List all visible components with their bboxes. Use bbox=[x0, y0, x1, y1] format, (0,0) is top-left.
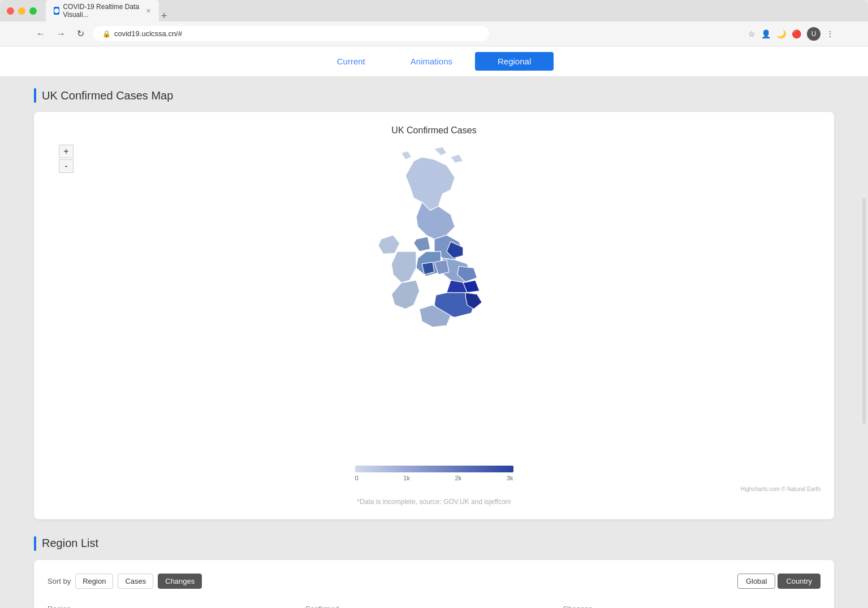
map-section-title: UK Confirmed Cases Map bbox=[42, 89, 173, 102]
page-navigation: Current Animations Regional bbox=[0, 46, 868, 77]
tab-current[interactable]: Current bbox=[314, 52, 388, 71]
legend-label-0: 0 bbox=[355, 475, 359, 481]
sort-cases-button[interactable]: Cases bbox=[118, 574, 153, 589]
browser-actions: ☆ 👤 🌙 🔴 U ⋮ bbox=[748, 27, 834, 41]
map-card-title: UK Confirmed Cases bbox=[47, 125, 821, 136]
maximize-button[interactable] bbox=[29, 7, 37, 15]
address-bar: ← → ↻ 🔒 covid19.uclcssa.cn/# ☆ 👤 🌙 🔴 U ⋮ bbox=[0, 21, 868, 46]
sort-changes-button[interactable]: Changes bbox=[158, 574, 202, 589]
back-button[interactable]: ← bbox=[34, 27, 47, 41]
svg-point-0 bbox=[54, 8, 59, 13]
view-global-button[interactable]: Global bbox=[737, 574, 776, 589]
region-section-title: Region List bbox=[42, 537, 98, 550]
scrollbar[interactable] bbox=[862, 198, 866, 424]
region-controls: Sort by Region Cases Changes Global Coun… bbox=[47, 574, 821, 589]
tab-animations[interactable]: Animations bbox=[388, 52, 475, 71]
table-col-region: Region bbox=[47, 605, 305, 608]
traffic-lights bbox=[7, 7, 37, 15]
map-section-header: UK Confirmed Cases Map bbox=[34, 88, 834, 103]
region-card: Sort by Region Cases Changes Global Coun… bbox=[34, 560, 834, 608]
moon-icon: 🌙 bbox=[776, 29, 786, 38]
section-bar-icon bbox=[34, 88, 36, 103]
sort-region-button[interactable]: Region bbox=[75, 574, 113, 589]
close-button[interactable] bbox=[7, 7, 14, 15]
url-text: covid19.uclcssa.cn/# bbox=[114, 29, 182, 38]
view-btn-group: Global Country bbox=[737, 574, 821, 589]
table-col-changes: Changes bbox=[563, 605, 821, 608]
browser-frame: COVID-19 Realtime Data Visuali... ✕ + ← … bbox=[0, 0, 868, 608]
extension-icon: 🔴 bbox=[792, 29, 801, 38]
map-card: UK Confirmed Cases + - bbox=[34, 112, 834, 519]
browser-tab[interactable]: COVID-19 Realtime Data Visuali... ✕ bbox=[46, 0, 159, 22]
tab-close-icon[interactable]: ✕ bbox=[146, 7, 151, 15]
lock-icon: 🔒 bbox=[102, 30, 111, 38]
sort-group: Sort by Region Cases Changes bbox=[47, 574, 202, 589]
legend-label-3k: 3k bbox=[507, 475, 513, 481]
main-content: UK Confirmed Cases Map UK Confirmed Case… bbox=[0, 77, 868, 608]
new-tab-button[interactable]: + bbox=[161, 10, 167, 22]
highcharts-credit: Highcharts.com © Natural Earth bbox=[741, 486, 821, 492]
table-col-confirmed: Confirmed bbox=[305, 605, 563, 608]
legend-label-2k: 2k bbox=[455, 475, 462, 481]
legend-label-1k: 1k bbox=[403, 475, 410, 481]
tab-bar: COVID-19 Realtime Data Visuali... ✕ + bbox=[46, 0, 861, 22]
tab-title: COVID-19 Realtime Data Visuali... bbox=[63, 3, 140, 19]
legend-gradient bbox=[355, 466, 513, 472]
zoom-in-button[interactable]: + bbox=[59, 145, 74, 158]
table-header: Region Confirmed Changes bbox=[47, 600, 821, 608]
region-section-header: Region List bbox=[34, 536, 834, 551]
zoom-out-button[interactable]: - bbox=[59, 159, 74, 173]
minimize-button[interactable] bbox=[18, 7, 25, 15]
view-country-button[interactable]: Country bbox=[778, 574, 821, 589]
account-icon[interactable]: U bbox=[807, 27, 821, 41]
refresh-button[interactable]: ↻ bbox=[75, 26, 87, 41]
sort-label: Sort by bbox=[47, 577, 71, 585]
bookmark-icon[interactable]: ☆ bbox=[748, 29, 755, 38]
uk-map bbox=[344, 145, 525, 459]
map-controls: + - bbox=[59, 145, 74, 173]
region-section-bar-icon bbox=[34, 536, 36, 551]
url-bar[interactable]: 🔒 covid19.uclcssa.cn/# bbox=[93, 26, 489, 41]
legend-labels: 0 1k 2k 3k bbox=[355, 475, 513, 481]
profile-icon[interactable]: 👤 bbox=[761, 29, 771, 38]
map-container: + - bbox=[47, 145, 821, 506]
forward-button[interactable]: → bbox=[54, 27, 68, 41]
map-legend: 0 1k 2k 3k bbox=[355, 466, 513, 481]
menu-icon[interactable]: ⋮ bbox=[826, 29, 834, 38]
data-note: *Data is incomplete, source: GOV.UK and … bbox=[357, 498, 511, 506]
tab-favicon bbox=[54, 7, 59, 15]
tab-regional[interactable]: Regional bbox=[475, 52, 554, 71]
title-bar: COVID-19 Realtime Data Visuali... ✕ + bbox=[0, 0, 868, 21]
